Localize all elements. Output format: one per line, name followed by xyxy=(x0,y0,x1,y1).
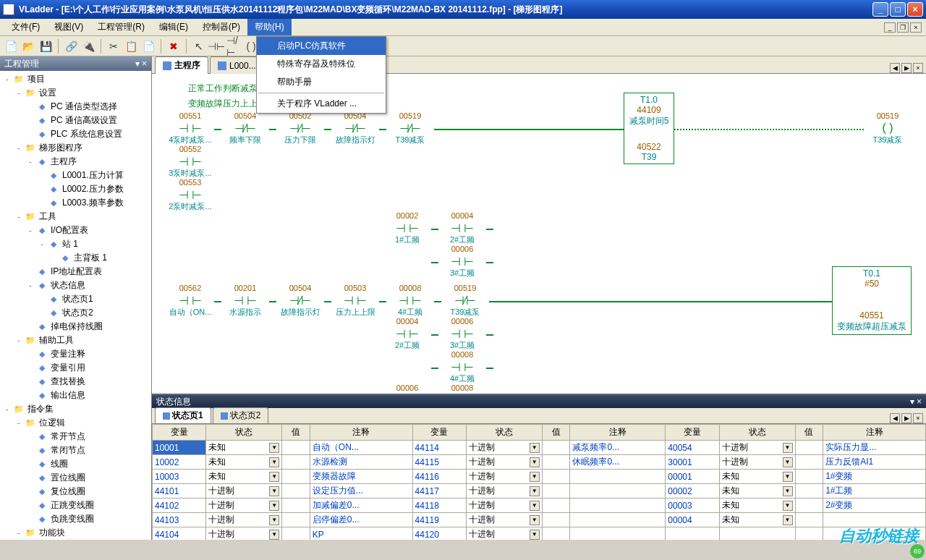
dropdown-arrow-icon[interactable]: ▼ xyxy=(783,486,793,496)
tree-node[interactable]: ◆线圈 xyxy=(0,457,151,471)
status-tab[interactable]: 状态页2 xyxy=(213,407,269,423)
grid-row[interactable]: 44101十进制▼设定压力值...44117十进制▼00002未知▼1#工频 xyxy=(153,484,926,499)
dropdown-arrow-icon[interactable]: ▼ xyxy=(783,501,793,511)
ladder-contact[interactable]: 00004⊣ ⊢2#工频 xyxy=(438,211,486,245)
dropdown-arrow-icon[interactable]: ▼ xyxy=(530,501,540,511)
tree-node[interactable]: ◆L0002.压力参数 xyxy=(0,182,151,196)
tab-next-button[interactable]: ▶ xyxy=(901,63,912,73)
grid-header[interactable]: 状态 xyxy=(206,425,282,441)
paste-button[interactable]: 📄 xyxy=(140,38,156,54)
ladder-contact[interactable]: 00008⊣ ⊢4#工频 xyxy=(438,383,486,394)
tree-node[interactable]: ◆置位线圈 xyxy=(0,471,151,485)
tree-node[interactable]: ◆IP地址配置表 xyxy=(0,265,151,279)
open-button[interactable]: 📂 xyxy=(20,38,36,54)
editor-tab[interactable]: 主程序 xyxy=(155,56,208,74)
ladder-contact[interactable]: 00519⊣∕⊢T39减泵 xyxy=(441,284,489,317)
ladder-rung[interactable]: 00562⊣ ⊢自动（ON...00201⊣ ⊢水源指示00504⊣∕⊢故障指示… xyxy=(166,284,912,394)
ladder-contact[interactable]: 00002⊣ ⊢1#工频 xyxy=(383,211,431,245)
dropdown-arrow-icon[interactable]: ▼ xyxy=(269,515,279,525)
dropdown-item[interactable]: 关于程序 VLadder ... xyxy=(257,95,386,113)
status-tab-next[interactable]: ▶ xyxy=(901,413,912,423)
status-tab-prev[interactable]: ◀ xyxy=(890,413,900,423)
tree-node[interactable]: -◆主程序 xyxy=(0,155,151,169)
tree-node[interactable]: ◆输出信息 xyxy=(0,389,151,402)
tab-prev-button[interactable]: ◀ xyxy=(890,63,900,73)
disconnect-button[interactable]: 🔌 xyxy=(80,38,96,54)
dropdown-item[interactable]: 特殊寄存器及特殊位 xyxy=(257,55,386,73)
ladder-contact[interactable]: 00551⊣ ⊢4泵时减泵... xyxy=(166,111,214,145)
contact-nc-button[interactable]: ⊣/⊢ xyxy=(226,38,242,54)
grid-header[interactable]: 值 xyxy=(542,425,570,441)
grid-row[interactable]: 10003未知▼变频器故障44116十进制▼00001未知▼1#变频 xyxy=(153,470,926,484)
ladder-contact[interactable]: 00006⊣ ⊢3#工频 xyxy=(383,383,431,394)
tree-node[interactable]: ◆状态页2 xyxy=(0,306,151,320)
menu-item[interactable]: 工程管理(R) xyxy=(90,19,152,35)
tree-node[interactable]: ◆常开节点 xyxy=(0,430,151,444)
ladder-contact[interactable]: 00201⊣ ⊢水源指示 xyxy=(221,284,269,317)
menu-item[interactable]: 编辑(E) xyxy=(152,19,195,35)
tree-node[interactable]: ◆L0001.压力计算 xyxy=(0,169,151,182)
grid-header[interactable]: 注释 xyxy=(310,425,412,441)
ladder-contact[interactable]: 00006⊣ ⊢3#工频 xyxy=(438,317,486,350)
connect-button[interactable]: 🔗 xyxy=(63,38,79,54)
tree-node[interactable]: ◆L0003.频率参数 xyxy=(0,196,151,210)
grid-header[interactable]: 值 xyxy=(282,425,310,441)
ladder-contact[interactable]: 00004⊣ ⊢2#工频 xyxy=(383,317,431,350)
ladder-contact[interactable]: 00504⊣∕⊢频率下限 xyxy=(221,111,269,145)
grid-row[interactable]: 10002未知▼水源检测44115十进制▼休眠频率0...30001十进制▼压力… xyxy=(153,455,926,470)
child-minimize-button[interactable]: _ xyxy=(884,22,896,33)
tree-node[interactable]: ◆正跳变线圈 xyxy=(0,499,151,512)
dropdown-item[interactable]: 启动PLC仿真软件 xyxy=(257,37,386,55)
ladder-contact[interactable]: 00519⊣∕⊢T39减泵 xyxy=(386,111,434,145)
tree-node[interactable]: ◆查找替换 xyxy=(0,375,151,389)
ladder-contact[interactable]: 00553⊣ ⊢2泵时减泵... xyxy=(166,178,214,211)
menu-item[interactable]: 帮助(H) xyxy=(247,19,292,35)
tree-node[interactable]: ◆PC 通信高级设置 xyxy=(0,114,151,127)
grid-row[interactable]: 10001未知▼自动（ON...44114十进制▼减泵频率0...40054十进… xyxy=(153,441,926,455)
dropdown-arrow-icon[interactable]: ▼ xyxy=(783,457,793,467)
tree-node[interactable]: ◆负跳变线圈 xyxy=(0,512,151,526)
grid-row[interactable]: 44103十进制▼启停偏差0...44119十进制▼00004未知▼ xyxy=(153,513,926,527)
ladder-contact[interactable]: 00008⊣ ⊢4#工频 xyxy=(386,284,434,317)
dropdown-arrow-icon[interactable]: ▼ xyxy=(530,457,540,467)
project-panel-pin-icon[interactable]: ▾ × xyxy=(135,59,147,69)
dropdown-arrow-icon[interactable]: ▼ xyxy=(783,472,793,482)
ladder-contact[interactable]: 00503⊣ ⊢压力上上限 xyxy=(331,284,379,317)
ladder-contact[interactable]: 00552⊣ ⊢3泵时减泵... xyxy=(166,145,214,178)
ladder-contact[interactable]: 00504⊣∕⊢故障指示灯 xyxy=(331,111,379,145)
grid-header[interactable]: 状态 xyxy=(466,425,542,441)
tree-node[interactable]: -📁指令集 xyxy=(0,402,151,416)
tree-node[interactable]: ◆复位线圈 xyxy=(0,485,151,499)
cursor-button[interactable]: ↖ xyxy=(191,38,207,54)
contact-no-button[interactable]: ⊣⊢ xyxy=(208,38,224,54)
delete-button[interactable]: ✖ xyxy=(166,38,182,54)
ladder-contact[interactable]: 00006⊣ ⊢3#工频 xyxy=(438,245,486,278)
child-restore-button[interactable]: ❐ xyxy=(897,22,909,33)
dropdown-arrow-icon[interactable]: ▼ xyxy=(530,486,540,496)
copy-button[interactable]: 📋 xyxy=(123,38,139,54)
tree-node[interactable]: ◆变量注释 xyxy=(0,347,151,361)
cut-button[interactable]: ✂ xyxy=(106,38,122,54)
tree-node[interactable]: ◆常闭节点 xyxy=(0,444,151,457)
menu-item[interactable]: 文件(F) xyxy=(4,19,47,35)
grid-header[interactable]: 状态 xyxy=(719,425,795,441)
tree-node[interactable]: -📁功能块 xyxy=(0,526,151,540)
dropdown-arrow-icon[interactable]: ▼ xyxy=(783,443,793,453)
dropdown-arrow-icon[interactable]: ▼ xyxy=(269,443,279,453)
save-button[interactable]: 💾 xyxy=(38,38,54,54)
grid-header[interactable]: 值 xyxy=(795,425,823,441)
status-grid[interactable]: 变量状态值注释变量状态值注释变量状态值注释10001未知▼自动（ON...441… xyxy=(152,424,926,540)
dropdown-arrow-icon[interactable]: ▼ xyxy=(269,457,279,467)
new-button[interactable]: 📄 xyxy=(3,38,19,54)
tree-node[interactable]: ◆变量引用 xyxy=(0,361,151,375)
grid-header[interactable]: 变量 xyxy=(153,425,206,441)
ladder-contact[interactable]: 00008⊣ ⊢4#工频 xyxy=(438,350,486,383)
tree-node[interactable]: -◆I/O配置表 xyxy=(0,224,151,237)
tree-node[interactable]: ◆掉电保持线圈 xyxy=(0,320,151,334)
ladder-contact[interactable]: 00519( )T39减泵 xyxy=(864,111,912,145)
close-button[interactable]: × xyxy=(907,2,923,17)
tree-node[interactable]: -📁辅助工具 xyxy=(0,334,151,347)
tree-node[interactable]: -◆站 1 xyxy=(0,237,151,251)
dropdown-arrow-icon[interactable]: ▼ xyxy=(530,443,540,453)
tree-node[interactable]: ◆PC 通信类型选择 xyxy=(0,100,151,114)
